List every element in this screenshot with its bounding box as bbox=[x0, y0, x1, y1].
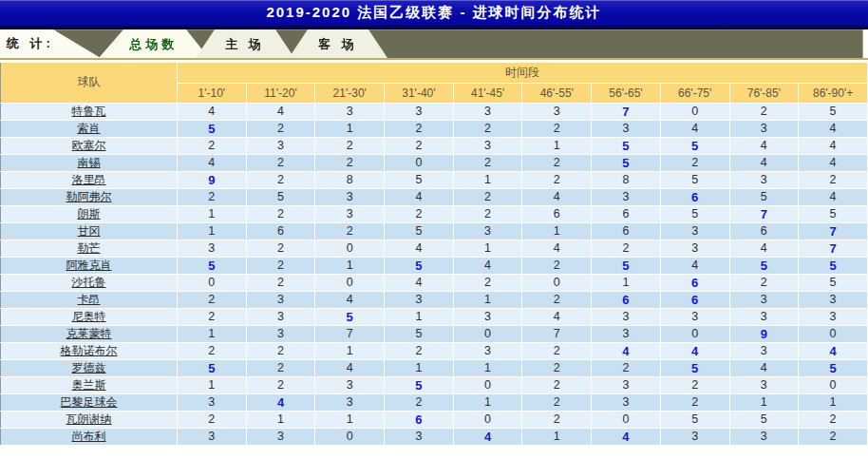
goal-count-cell: 1 bbox=[453, 240, 522, 257]
goal-count-cell: 1 bbox=[315, 257, 385, 274]
goal-count-cell: 0 bbox=[660, 325, 729, 342]
goal-count-cell: 2 bbox=[729, 274, 799, 291]
team-cell: 奥兰斯 bbox=[1, 376, 178, 393]
goal-count-cell: 3 bbox=[385, 428, 454, 445]
goal-count-cell: 5 bbox=[729, 257, 799, 274]
goal-count-cell: 5 bbox=[385, 325, 454, 342]
team-link[interactable]: 阿雅克肖 bbox=[66, 259, 112, 272]
team-cell: 瓦朗谢纳 bbox=[1, 411, 178, 428]
page-title: 2019-2020 法国乙级联赛 - 进球时间分布统计 bbox=[266, 4, 601, 20]
goal-count-cell: 3 bbox=[453, 308, 522, 325]
team-link[interactable]: 洛里昂 bbox=[72, 173, 106, 186]
goal-count-cell: 3 bbox=[315, 205, 385, 222]
goal-count-cell: 3 bbox=[453, 342, 522, 359]
team-link[interactable]: 欧塞尔 bbox=[72, 139, 106, 152]
tab-away[interactable]: 客 场 bbox=[289, 29, 387, 58]
table-row: 巴黎足球会3432123211 bbox=[1, 393, 868, 411]
team-link[interactable]: 罗德兹 bbox=[72, 361, 106, 374]
team-link[interactable]: 勒阿弗尔 bbox=[66, 190, 112, 203]
goal-count-cell: 1 bbox=[178, 222, 247, 240]
team-link[interactable]: 朗斯 bbox=[78, 207, 101, 220]
team-link[interactable]: 奥兰斯 bbox=[72, 378, 106, 392]
goal-count-cell: 1 bbox=[246, 411, 315, 428]
goal-count-cell: 2 bbox=[385, 120, 454, 137]
goal-count-cell: 1 bbox=[592, 274, 661, 291]
goal-count-cell: 8 bbox=[592, 171, 661, 188]
team-link[interactable]: 南锡 bbox=[78, 156, 101, 169]
goal-count-cell: 5 bbox=[385, 376, 454, 393]
table-row: 朗斯1232266575 bbox=[1, 205, 868, 222]
team-link[interactable]: 勒芒 bbox=[78, 241, 101, 255]
team-cell: 索肖 bbox=[1, 120, 178, 137]
team-cell: 沙托鲁 bbox=[1, 274, 178, 291]
team-link[interactable]: 沙托鲁 bbox=[72, 276, 106, 289]
goal-count-cell: 3 bbox=[385, 103, 454, 120]
team-link[interactable]: 瓦朗谢纳 bbox=[66, 412, 112, 426]
goal-count-cell: 2 bbox=[178, 308, 247, 325]
table-row: 勒芒3204142347 bbox=[1, 240, 868, 257]
goal-count-cell: 2 bbox=[799, 411, 868, 428]
team-link[interactable]: 甘冈 bbox=[78, 224, 101, 238]
goal-count-cell: 1 bbox=[522, 428, 592, 445]
goal-count-cell: 2 bbox=[799, 428, 868, 445]
goal-count-cell: 3 bbox=[729, 120, 799, 137]
goal-count-cell: 5 bbox=[315, 308, 385, 325]
goal-count-cell: 4 bbox=[453, 257, 522, 274]
goal-count-cell: 4 bbox=[453, 428, 522, 445]
goal-count-cell: 2 bbox=[522, 171, 592, 188]
goal-count-cell: 2 bbox=[729, 103, 799, 120]
goal-count-cell: 2 bbox=[385, 205, 454, 222]
goal-count-cell: 5 bbox=[385, 257, 454, 274]
team-cell: 勒阿弗尔 bbox=[1, 188, 178, 205]
goal-time-table: 球队 时间段 1'-10' 11'-20' 21'-30' 31'-40' 41… bbox=[0, 63, 868, 446]
team-link[interactable]: 尚布利 bbox=[72, 430, 106, 443]
goal-count-cell: 1 bbox=[453, 359, 522, 376]
header-row-1: 球队 时间段 bbox=[1, 63, 868, 83]
goal-count-cell: 2 bbox=[522, 393, 592, 411]
tab-home[interactable]: 主 场 bbox=[196, 29, 294, 58]
time-column-header: 41'-45' bbox=[453, 83, 522, 103]
goal-count-cell: 0 bbox=[453, 325, 522, 342]
table-row: 尚布利3303414332 bbox=[1, 428, 868, 445]
team-link[interactable]: 巴黎足球会 bbox=[61, 395, 118, 409]
table-row: 尼奥特2351343333 bbox=[1, 308, 868, 325]
team-link[interactable]: 索肖 bbox=[78, 122, 101, 135]
team-link[interactable]: 卡昂 bbox=[78, 293, 101, 306]
team-cell: 洛里昂 bbox=[1, 171, 178, 188]
goal-count-cell: 5 bbox=[246, 188, 315, 205]
goal-count-cell: 3 bbox=[315, 393, 385, 411]
team-link[interactable]: 特鲁瓦 bbox=[72, 105, 106, 118]
goal-count-cell: 6 bbox=[592, 291, 661, 308]
tab-total-matches[interactable]: 总场数 bbox=[99, 29, 209, 58]
team-cell: 巴黎足球会 bbox=[1, 393, 178, 411]
goal-count-cell: 1 bbox=[178, 325, 247, 342]
goal-count-cell: 4 bbox=[246, 103, 315, 120]
time-column-header: 66'-75' bbox=[660, 83, 729, 103]
goal-count-cell: 4 bbox=[799, 342, 868, 359]
goal-count-cell: 5 bbox=[178, 359, 247, 376]
team-link[interactable]: 尼奥特 bbox=[72, 310, 106, 323]
goal-count-cell: 3 bbox=[592, 376, 661, 393]
time-column-header: 56'-65' bbox=[592, 83, 661, 103]
goal-count-cell: 4 bbox=[592, 342, 661, 359]
goal-count-cell: 2 bbox=[385, 393, 454, 411]
time-column-header: 76'-85' bbox=[729, 83, 799, 103]
goal-count-cell: 0 bbox=[453, 411, 522, 428]
goal-count-cell: 2 bbox=[799, 171, 868, 188]
goal-count-cell: 7 bbox=[315, 325, 385, 342]
team-cell: 南锡 bbox=[1, 154, 178, 171]
goal-count-cell: 2 bbox=[660, 376, 729, 393]
team-link[interactable]: 克莱蒙特 bbox=[66, 327, 112, 340]
goal-count-cell: 2 bbox=[178, 342, 247, 359]
goal-count-cell: 4 bbox=[522, 240, 592, 257]
goal-count-cell: 2 bbox=[246, 257, 315, 274]
team-link[interactable]: 格勒诺布尔 bbox=[61, 344, 118, 357]
goal-count-cell: 4 bbox=[385, 188, 454, 205]
goal-count-cell: 3 bbox=[246, 325, 315, 342]
goal-count-cell: 0 bbox=[522, 274, 592, 291]
goal-count-cell: 2 bbox=[246, 240, 315, 257]
goal-count-cell: 0 bbox=[799, 325, 868, 342]
team-cell: 尚布利 bbox=[1, 428, 178, 445]
team-cell: 卡昂 bbox=[1, 291, 178, 308]
goal-count-cell: 2 bbox=[315, 154, 385, 171]
